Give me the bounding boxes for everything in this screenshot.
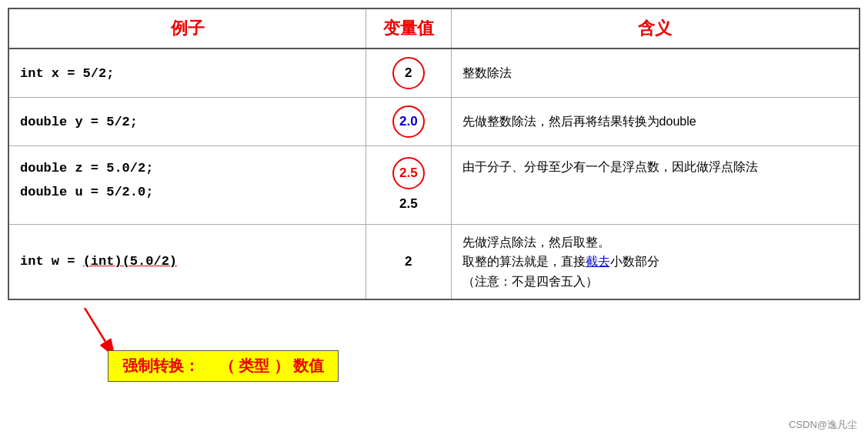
header-value: 变量值 [366,8,452,48]
cast-expression: (int)(5.0/2) [83,254,177,269]
circle-value-row2: 2.0 [392,105,425,138]
main-table: 例子 变量值 含义 int x = 5/2; 2 [8,8,860,300]
table-row: double z = 5.0/2; double u = 5/2.0; 2.5 … [8,146,860,225]
annotation-area: 强制转换： （ 类型 ） 数值 [8,308,860,393]
value-cell-row4: 2 [366,224,452,299]
highlight-truncate: 截去 [586,255,610,268]
code-cell-row1: int x = 5/2; [8,48,366,98]
plain-value-row4: 2 [377,254,440,269]
code-cell-row2: double y = 5/2; [8,98,366,146]
header-meaning: 含义 [451,8,860,48]
circle-value-row1: 2 [392,57,425,89]
annotation-label: 强制转换： （ 类型 ） 数值 [108,350,339,382]
plain-value-row3: 2.5 [399,192,418,216]
meaning-cell-row1: 整数除法 [451,48,860,98]
watermark: CSDN@逸凡尘 [789,418,857,432]
value-cell-row3: 2.5 2.5 [366,146,452,225]
code-cell-row4: int w = (int)(5.0/2) [8,224,366,299]
code-cell-row3: double z = 5.0/2; double u = 5/2.0; [8,146,366,225]
main-container: 例子 变量值 含义 int x = 5/2; 2 [0,0,868,438]
header-example: 例子 [8,8,366,48]
table-row: double y = 5/2; 2.0 先做整数除法，然后再将结果转换为doub… [8,98,860,146]
meaning-cell-row4: 先做浮点除法，然后取整。 取整的算法就是，直接截去小数部分 （注意：不是四舍五入… [451,224,860,299]
value-cell-row1: 2 [366,48,452,98]
table-header-row: 例子 变量值 含义 [8,8,860,48]
table-row: int w = (int)(5.0/2) 2 先做浮点除法，然后取整。 取整的算… [8,224,860,299]
meaning-cell-row3: 由于分子、分母至少有一个是浮点数，因此做浮点除法 [451,146,860,225]
circle-value-row3: 2.5 [392,157,425,189]
value-cell-row2: 2.0 [366,98,452,146]
table-row: int x = 5/2; 2 整数除法 [8,48,860,98]
meaning-cell-row2: 先做整数除法，然后再将结果转换为double [451,98,860,146]
